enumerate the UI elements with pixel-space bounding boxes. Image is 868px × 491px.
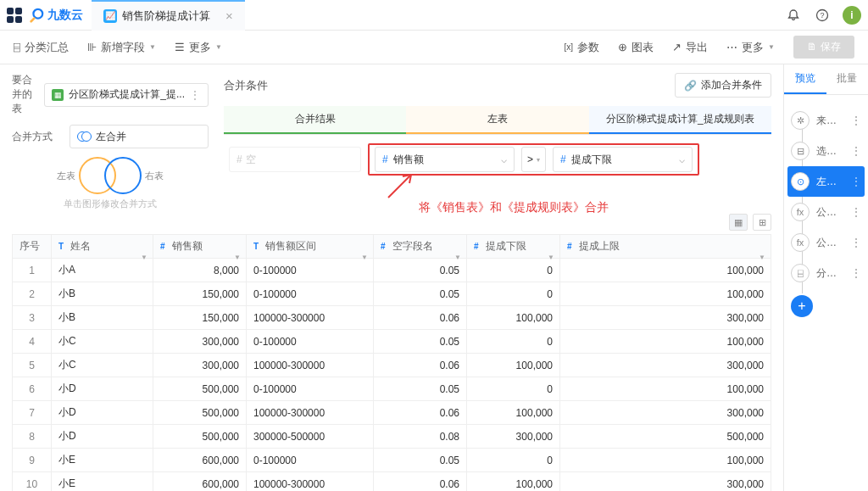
step-icon: fx bbox=[791, 203, 810, 221]
sheet-icon: ▦ bbox=[52, 89, 64, 101]
right-field-select[interactable]: # 提成下限 ⌵ bbox=[553, 147, 693, 172]
save-button[interactable]: 🗎保存 bbox=[793, 36, 854, 59]
merge-table-select[interactable]: ▦ 分区阶梯式提成计算_提... ⋮ bbox=[44, 83, 209, 107]
table-row[interactable]: 7小D500,000100000-3000000.06100,000300,00… bbox=[13, 401, 771, 425]
user-avatar[interactable]: i bbox=[843, 6, 861, 25]
col-sales[interactable]: 销售额 bbox=[172, 239, 203, 254]
add-condition-button[interactable]: 🔗添加合并条件 bbox=[675, 73, 771, 98]
cond-title: 合并条件 bbox=[224, 78, 268, 93]
venn-hint: 单击图形修改合并方式 bbox=[12, 198, 209, 210]
svg-point-0 bbox=[33, 8, 42, 18]
operator-value: > bbox=[527, 153, 533, 165]
step-menu-icon[interactable]: ⋮ bbox=[851, 267, 861, 279]
step-icon: ⌸ bbox=[791, 264, 810, 282]
tab-result[interactable]: 合并结果 bbox=[224, 106, 406, 134]
left-join-icon bbox=[77, 131, 91, 142]
tab-right-table[interactable]: 分区阶梯式提成计算_提成规则表 bbox=[589, 106, 771, 134]
add-field-button[interactable]: ⊪新增字段▼ bbox=[87, 40, 156, 55]
pipeline-step[interactable]: ⊙左右合并⋮ bbox=[787, 166, 865, 197]
step-menu-icon[interactable]: ⋮ bbox=[851, 206, 861, 218]
help-icon[interactable]: ? bbox=[814, 7, 831, 24]
step-menu-icon[interactable]: ⋮ bbox=[851, 114, 861, 126]
pipeline-step[interactable]: ⌸分类汇总⋮ bbox=[784, 258, 868, 288]
col-lower[interactable]: 提成下限 bbox=[486, 239, 526, 254]
brand-mark-icon bbox=[29, 8, 44, 23]
step-sidebar: 预览 批量 ✲来源表⋮⊟选字段⋮⊙左右合并⋮fx公式-区间销...⋮fx公式-区… bbox=[783, 64, 868, 491]
left-field-select[interactable]: # 销售额 ⌵ bbox=[375, 147, 515, 172]
annotation-arrow-icon bbox=[381, 170, 415, 204]
table-row[interactable]: 10小E600,000100000-3000000.06100,000300,0… bbox=[13, 472, 771, 492]
pipeline-step[interactable]: ✲来源表⋮ bbox=[784, 105, 868, 136]
operator-select[interactable]: > ▾ bbox=[521, 147, 546, 172]
ellipsis-icon[interactable]: ⋮ bbox=[190, 89, 201, 101]
add-step-button[interactable]: + bbox=[791, 295, 813, 317]
text-type-icon: T bbox=[253, 242, 262, 251]
sidebar-tab-preview[interactable]: 预览 bbox=[784, 64, 826, 94]
step-menu-icon[interactable]: ⋮ bbox=[851, 176, 861, 187]
chart-button[interactable]: ⊕图表 bbox=[618, 40, 654, 55]
brand-text: 九数云 bbox=[47, 8, 83, 23]
table-row[interactable]: 3小B150,000100000-3000000.06100,000300,00… bbox=[13, 306, 771, 330]
sidebar-tab-batch[interactable]: 批量 bbox=[826, 64, 869, 94]
col-upper[interactable]: 提成上限 bbox=[579, 239, 620, 254]
col-range[interactable]: 销售额区间 bbox=[265, 239, 316, 254]
table-row[interactable]: 9小E600,0000-1000000.050100,000 bbox=[13, 449, 771, 472]
step-icon: fx bbox=[791, 233, 810, 252]
export-button[interactable]: ↗导出 bbox=[672, 40, 708, 55]
more-button[interactable]: ☰更多▼ bbox=[175, 40, 222, 55]
chart-icon: 📈 bbox=[103, 9, 117, 23]
merge-type-select[interactable]: 左合并 bbox=[70, 125, 209, 148]
document-tab[interactable]: 📈 销售阶梯提成计算 × bbox=[92, 0, 245, 31]
table-row[interactable]: 8小D500,000300000-5000000.08300,000500,00… bbox=[13, 425, 771, 449]
main-toolbar: ⌸分类汇总 ⊪新增字段▼ ☰更多▼ [x]参数 ⊕图表 ↗导出 ⋯更多▼ 🗎保存 bbox=[0, 31, 868, 64]
merge-table-value: 分区阶梯式提成计算_提... bbox=[69, 87, 185, 102]
params-button[interactable]: [x]参数 bbox=[565, 40, 600, 55]
svg-text:?: ? bbox=[820, 11, 824, 20]
merge-type-label: 合并方式 bbox=[12, 130, 63, 144]
chevron-down-icon: ⌵ bbox=[679, 153, 685, 165]
col-name[interactable]: 姓名 bbox=[70, 239, 91, 254]
more2-button[interactable]: ⋯更多▼ bbox=[726, 40, 775, 55]
step-icon: ⊟ bbox=[791, 142, 810, 160]
table-row[interactable]: 6小D500,0000-1000000.050100,000 bbox=[13, 377, 771, 401]
col-empty[interactable]: 空字段名 bbox=[392, 239, 433, 254]
number-type-icon: # bbox=[381, 242, 389, 251]
table-row[interactable]: 5小C300,000100000-3000000.06100,000300,00… bbox=[13, 354, 771, 377]
merge-type-value: 左合并 bbox=[96, 130, 126, 144]
table-row[interactable]: 4小C300,0000-1000000.050100,000 bbox=[13, 330, 771, 354]
pipeline-step[interactable]: ⊟选字段⋮ bbox=[784, 136, 868, 166]
tab-title: 销售阶梯提成计算 bbox=[122, 8, 210, 24]
empty-field: # 空 bbox=[229, 147, 361, 172]
right-field-value: 提成下限 bbox=[571, 153, 612, 167]
table-row[interactable]: 1小A8,0000-1000000.050100,000 bbox=[13, 259, 771, 282]
annotation-text: 将《销售表》和《提成规则表》合并 bbox=[419, 200, 609, 215]
hash-icon: # bbox=[236, 153, 242, 165]
pipeline-step[interactable]: fx公式-区间提成...⋮ bbox=[784, 227, 868, 258]
data-table: 序号 T姓名▼ #销售额▼ T销售额区间▼ #空字段名▼ #提成下限▼ #提成上… bbox=[12, 234, 771, 491]
step-menu-icon[interactable]: ⋮ bbox=[851, 237, 861, 248]
link-icon: 🔗 bbox=[684, 80, 697, 92]
view-grid-button[interactable]: ⊞ bbox=[753, 214, 771, 231]
table-row[interactable]: 2小B150,0000-1000000.050100,000 bbox=[13, 282, 771, 306]
group-button[interactable]: ⌸分类汇总 bbox=[14, 40, 69, 55]
tab-left-table[interactable]: 左表 bbox=[406, 106, 588, 134]
data-table-wrapper: 序号 T姓名▼ #销售额▼ T销售额区间▼ #空字段名▼ #提成下限▼ #提成上… bbox=[0, 234, 783, 491]
source-tabs: 合并结果 左表 分区阶梯式提成计算_提成规则表 bbox=[224, 106, 771, 135]
step-icon: ⊙ bbox=[791, 172, 810, 191]
notification-icon[interactable] bbox=[785, 7, 802, 24]
number-type-icon: # bbox=[160, 242, 169, 251]
step-menu-icon[interactable]: ⋮ bbox=[851, 145, 861, 157]
col-idx: 序号 bbox=[19, 239, 40, 254]
brand-logo[interactable]: 九数云 bbox=[29, 8, 83, 23]
close-icon[interactable]: × bbox=[225, 8, 233, 23]
app-grid-icon[interactable] bbox=[7, 8, 22, 23]
view-table-button[interactable]: ▦ bbox=[729, 214, 748, 231]
pipeline-step[interactable]: fx公式-区间销...⋮ bbox=[784, 197, 868, 227]
venn-diagram[interactable]: 左表 右表 bbox=[12, 157, 209, 194]
left-field-value: 销售额 bbox=[393, 153, 424, 167]
hash-icon: # bbox=[382, 153, 388, 165]
number-type-icon: # bbox=[474, 242, 482, 251]
merge-table-label: 要合并的表 bbox=[12, 73, 37, 116]
app-header: 九数云 📈 销售阶梯提成计算 × ? i bbox=[0, 0, 868, 31]
chevron-down-icon: ⌵ bbox=[501, 153, 507, 165]
